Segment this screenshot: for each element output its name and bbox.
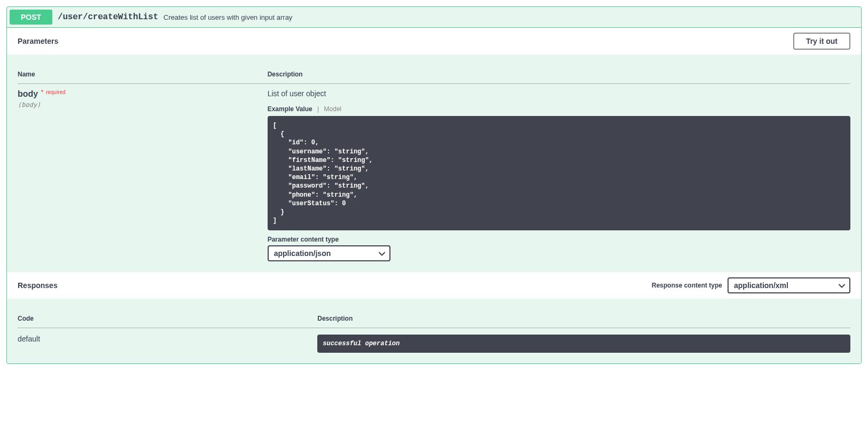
parameter-in: (body): [18, 101, 268, 108]
response-row: default successful operation: [18, 328, 850, 353]
operation-summary: Creates list of users with given input a…: [163, 13, 858, 21]
responses-body: Code Description default successful oper…: [7, 299, 861, 363]
parameter-name: body: [18, 89, 38, 98]
responses-header-bar: Responses Response content type applicat…: [7, 272, 861, 299]
parameter-content-type-select-wrap: application/json: [268, 245, 390, 261]
try-it-out-button[interactable]: Try it out: [793, 33, 850, 50]
responses-title: Responses: [18, 281, 58, 290]
parameters-body: Name Description body * required (body): [7, 55, 861, 272]
operation-path: /user/createWithList: [52, 12, 163, 22]
parameters-table: Name Description body * required (body): [18, 65, 850, 261]
column-header-name: Name: [18, 65, 268, 84]
column-header-description: Description: [268, 65, 850, 84]
response-content-type-label: Response content type: [652, 282, 722, 289]
operation-summary-row[interactable]: POST /user/createWithList Creates list o…: [7, 7, 861, 28]
parameters-header-bar: Parameters Try it out: [7, 28, 861, 55]
response-content-type-select-wrap: application/xml: [728, 277, 850, 293]
required-asterisk: *: [40, 89, 43, 95]
example-value-code[interactable]: [ { "id": 0, "username": "string", "firs…: [268, 116, 850, 230]
tab-example-value[interactable]: Example Value: [268, 105, 312, 113]
response-description: successful operation: [317, 335, 850, 353]
column-header-resp-description: Description: [317, 309, 850, 328]
operation-block: POST /user/createWithList Creates list o…: [6, 6, 862, 364]
column-header-code: Code: [18, 309, 317, 328]
parameters-title: Parameters: [18, 37, 58, 45]
responses-table: Code Description default successful oper…: [18, 309, 850, 353]
response-code: default: [18, 328, 317, 353]
parameter-description: List of user object: [268, 89, 850, 98]
response-content-type-select[interactable]: application/xml: [728, 277, 850, 293]
required-label: required: [45, 89, 66, 95]
tab-separator: |: [314, 105, 322, 113]
example-model-tabs: Example Value | Model: [268, 105, 850, 113]
parameter-content-type-select[interactable]: application/json: [268, 245, 390, 261]
parameter-content-type-label: Parameter content type: [268, 236, 850, 243]
tab-model[interactable]: Model: [324, 105, 342, 113]
parameter-row: body * required (body) List of user obje…: [18, 84, 850, 262]
method-badge: POST: [10, 10, 52, 25]
